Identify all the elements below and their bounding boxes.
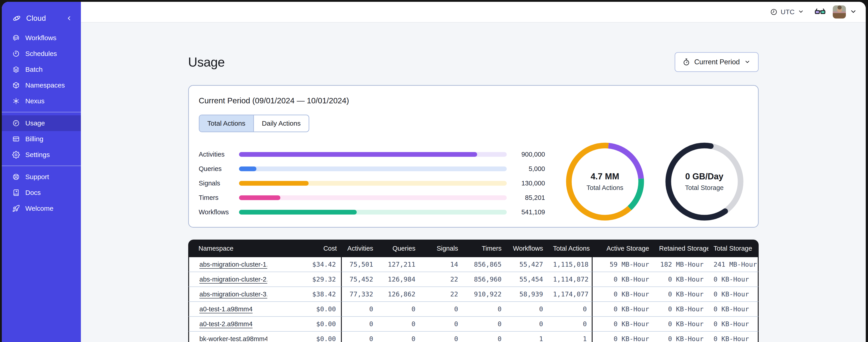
sidebar-item-support[interactable]: Support [2, 169, 81, 185]
billing-icon [12, 135, 25, 143]
bar-track [239, 152, 507, 157]
sidebar-item-label: Nexus [25, 97, 44, 105]
bar-row-activities: Activities900,000 [199, 147, 545, 162]
sidebar-item-nexus[interactable]: Nexus [2, 93, 81, 109]
tab-total-actions[interactable]: Total Actions [199, 115, 254, 132]
column-header-signals: Signals [421, 240, 463, 257]
cell-cost: $0.00 [267, 331, 342, 342]
cell-activities: 0 [342, 316, 378, 331]
bar-label: Timers [199, 194, 239, 201]
chevron-down-icon [744, 59, 751, 66]
cell-retained-storage: 182 MB-Hour [654, 257, 709, 272]
sidebar-item-label: Schedules [25, 50, 57, 58]
cell-queries: 126,862 [378, 286, 421, 301]
timezone-label: UTC [781, 8, 795, 16]
bar-label: Workflows [199, 208, 239, 216]
cell-namespace: abs-migration-cluster-3.a98mm4 [188, 286, 267, 301]
bar-row-queries: Queries5,000 [199, 162, 545, 176]
cell-timers: 0 [463, 301, 506, 316]
donut-total-storage: 0 GB/DayTotal Storage [662, 139, 747, 224]
sidebar-item-workflows[interactable]: Workflows [2, 30, 81, 46]
sidebar-item-docs[interactable]: Docs [2, 185, 81, 201]
cell-cost: $34.42 [267, 257, 342, 272]
namespace-link[interactable]: abs-migration-cluster-3.a98mm4 [199, 290, 267, 298]
welcome-icon [12, 205, 25, 212]
sidebar-item-settings[interactable]: Settings [2, 147, 81, 163]
feature-glasses-button[interactable] [814, 6, 826, 18]
sidebar-group: WorkflowsSchedulesBatchNamespacesNexus [2, 27, 81, 112]
avatar[interactable] [833, 5, 846, 19]
cell-cost: $0.00 [267, 316, 342, 331]
cell-workflows: 58,939 [506, 286, 548, 301]
column-header-cost: Cost [267, 240, 342, 257]
sidebar-item-label: Billing [25, 135, 43, 143]
cell-signals: 22 [421, 272, 463, 286]
bar-value: 130,000 [507, 179, 545, 187]
cell-timers: 0 [463, 331, 506, 342]
period-dropdown-button[interactable]: Current Period [675, 52, 758, 72]
cell-total-storage: 0 KB-Hour [709, 286, 758, 301]
namespaces-icon [12, 81, 25, 89]
sidebar-item-usage[interactable]: Usage [2, 115, 81, 131]
glasses-icon [814, 6, 826, 18]
namespace-link[interactable]: a0-test-1.a98mm4 [199, 305, 253, 313]
namespace-link[interactable]: bk-worker-test.a98mm4 [199, 335, 267, 342]
cell-total-actions: 1 [548, 331, 593, 342]
namespace-usage-table: NamespaceCostActivitiesQueriesSignalsTim… [188, 240, 758, 342]
namespace-link[interactable]: abs-migration-cluster-1.a98mm4 [199, 261, 267, 268]
panel-title: Current Period (09/01/2024 — 10/01/2024) [199, 96, 747, 105]
sidebar-item-schedules[interactable]: Schedules [2, 46, 81, 62]
tab-daily-actions[interactable]: Daily Actions [254, 115, 309, 132]
bar-label: Signals [199, 179, 239, 187]
cell-active-storage: 0 KB-Hour [593, 286, 654, 301]
cell-queries: 0 [378, 331, 421, 342]
cell-timers: 856,960 [463, 272, 506, 286]
sidebar-item-namespaces[interactable]: Namespaces [2, 77, 81, 93]
schedules-icon [12, 50, 25, 58]
timezone-selector[interactable]: UTC [770, 8, 804, 16]
cell-total-storage: 0 KB-Hour [709, 301, 758, 316]
cell-active-storage: 59 MB-Hour [593, 257, 654, 272]
bar-row-signals: Signals130,000 [199, 176, 545, 191]
namespace-link[interactable]: a0-test-2.a98mm4 [199, 320, 253, 328]
cell-signals: 22 [421, 286, 463, 301]
cell-total-actions: 1,174,077 [548, 286, 593, 301]
bar-fill [239, 152, 477, 157]
sidebar-item-welcome[interactable]: Welcome [2, 201, 81, 216]
usage-bar-chart: Activities900,000Queries5,000Signals130,… [199, 147, 545, 219]
sidebar-item-label: Support [25, 173, 49, 181]
account-menu[interactable] [833, 5, 857, 19]
bar-track [239, 210, 507, 214]
table-row: bk-worker-test.a98mm4$0.000000110 KB-Hou… [188, 331, 758, 342]
namespace-link[interactable]: abs-migration-cluster-2.a98mm4 [199, 276, 267, 283]
cell-namespace: abs-migration-cluster-1.a98mm4 [188, 257, 267, 272]
cell-signals: 0 [421, 316, 463, 331]
bar-fill [239, 181, 309, 186]
cell-total-actions: 1,114,872 [548, 272, 593, 286]
brand-row: Cloud [2, 9, 81, 27]
main-area: UTC Usage [81, 2, 866, 342]
column-header-timers: Timers [463, 240, 506, 257]
sidebar-item-label: Batch [25, 66, 43, 73]
support-icon [12, 173, 25, 181]
sidebar-item-billing[interactable]: Billing [2, 131, 81, 147]
table-row: a0-test-1.a98mm4$0.000000000 KB-Hour0 KB… [188, 301, 758, 316]
cell-retained-storage: 0 KB-Hour [654, 331, 709, 342]
sidebar-collapse-button[interactable] [65, 15, 73, 22]
cell-retained-storage: 0 KB-Hour [654, 301, 709, 316]
cell-activities: 75,452 [342, 272, 378, 286]
cell-workflows: 55,427 [506, 257, 548, 272]
column-header-queries: Queries [378, 240, 421, 257]
bar-value: 85,201 [507, 194, 545, 201]
cell-queries: 0 [378, 316, 421, 331]
sidebar-item-batch[interactable]: Batch [2, 62, 81, 77]
cell-activities: 77,332 [342, 286, 378, 301]
bar-track [239, 181, 507, 186]
column-header-retained-storage: Retained Storage [654, 240, 709, 257]
sidebar-item-label: Settings [25, 151, 50, 159]
cell-timers: 856,865 [463, 257, 506, 272]
sidebar-item-label: Usage [25, 119, 45, 127]
sidebar-item-label: Workflows [25, 34, 57, 42]
batch-icon [12, 66, 25, 73]
cell-retained-storage: 0 KB-Hour [654, 316, 709, 331]
